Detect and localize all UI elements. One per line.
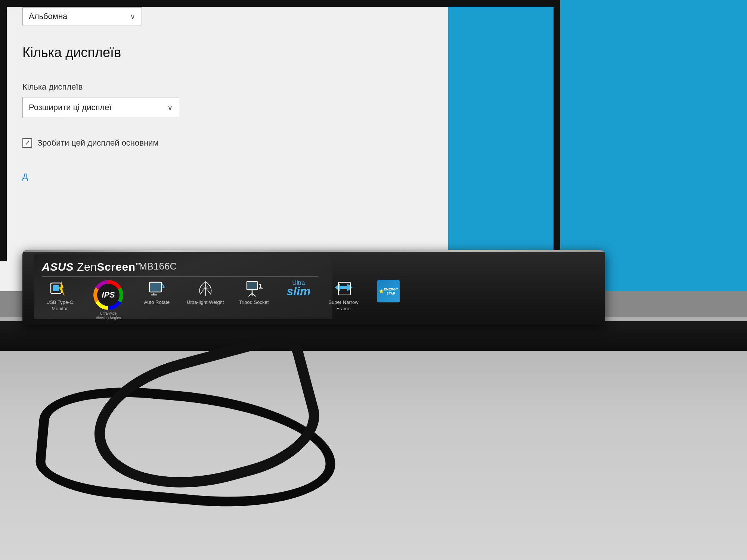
svg-line-11: [248, 293, 252, 296]
narrowframe-label: Super NarrowFrame: [328, 299, 358, 312]
svg-rect-9: [248, 282, 257, 289]
rotate-label: Auto Rotate: [144, 299, 170, 306]
brand-name: ASUS ZenScreen™: [42, 261, 141, 273]
tripod-label: Tripod Socket: [239, 299, 269, 306]
feature-tripod: 1 ← Tripod Socket: [239, 280, 269, 306]
feature-ultraslim: Ultra slim: [283, 280, 313, 297]
ips-badge: IPS Ultra-wideViewing Angles: [93, 280, 123, 320]
orientation-dropdown[interactable]: Альбомна ∨: [22, 7, 142, 25]
make-primary-checkbox[interactable]: ✓: [22, 138, 32, 148]
screen-text: Screen: [97, 261, 135, 273]
features-row: USB Type-CMonitor IPS Ultra-wideViewing …: [45, 280, 403, 320]
model-name: MB166C: [139, 261, 177, 272]
monitor-bottom-bezel: [0, 321, 747, 351]
screen-content: Альбомна ∨ Кілька дисплеїв Кілька диспле…: [0, 0, 374, 284]
screen-bg-right: [448, 0, 747, 291]
multi-display-dropdown[interactable]: Розширити ці дисплеї ∨: [22, 97, 179, 118]
section-title: Кілька дисплеїв: [22, 45, 121, 60]
asus-text: ASUS: [42, 261, 77, 273]
ultra-slim-badge: Ultra slim: [286, 280, 310, 297]
ips-ring: IPS: [93, 280, 123, 310]
feature-ips: IPS Ultra-wideViewing Angles: [90, 280, 127, 320]
svg-rect-4: [150, 283, 161, 291]
ips-subtitle: Ultra-wideViewing Angles: [93, 311, 123, 320]
svg-marker-15: [335, 284, 353, 291]
display-link[interactable]: Д: [22, 172, 28, 181]
sub-label: Кілька дисплеїв: [22, 82, 83, 92]
usbc-label: USB Type-CMonitor: [46, 299, 73, 312]
brand-divider: [42, 276, 318, 277]
make-primary-row: ✓ Зробити цей дисплей основним: [22, 138, 159, 148]
svg-text:←: ←: [257, 284, 264, 292]
svg-line-12: [252, 293, 256, 296]
ips-inner: IPS: [97, 284, 120, 306]
multi-display-chevron: ∨: [167, 103, 173, 112]
feature-usbc: USB Type-CMonitor: [45, 280, 75, 312]
zen-text: Zen: [77, 261, 97, 273]
orientation-chevron: ∨: [130, 12, 136, 21]
product-label-area: ASUS ZenScreen™ MB166C USB Type-CMonitor: [34, 254, 332, 319]
svg-marker-5: [162, 285, 165, 287]
slim-text: slim: [286, 286, 310, 297]
usbc-icon: [49, 280, 70, 297]
ips-text: IPS: [102, 290, 115, 300]
make-primary-label: Зробити цей дисплей основним: [37, 138, 159, 148]
feature-weight: Ultra-light Weight: [187, 280, 224, 306]
feature-energystar: ⭐ ENERGYSTAR: [374, 280, 403, 302]
narrowframe-icon: [333, 280, 354, 297]
svg-rect-1: [53, 285, 59, 291]
orientation-value: Альбомна: [29, 12, 67, 21]
energystar-badge: ⭐ ENERGYSTAR: [377, 280, 400, 302]
weight-label: Ultra-light Weight: [187, 299, 224, 306]
multi-display-value: Розширити ці дисплеї: [29, 103, 112, 112]
rotate-icon: [146, 280, 167, 297]
monitor-product-bar: ASUS ZenScreen™ MB166C USB Type-CMonitor: [22, 250, 605, 325]
weight-icon: [195, 280, 216, 297]
feature-rotate: Auto Rotate: [142, 280, 172, 306]
tripod-icon: 1 ←: [243, 280, 264, 297]
feature-narrowframe: Super NarrowFrame: [328, 280, 358, 312]
